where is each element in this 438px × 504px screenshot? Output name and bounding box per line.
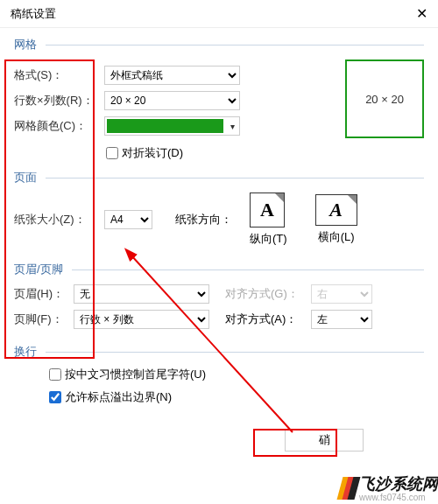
page-section: 页面 纸张大小(Z)： A4 纸张方向： A 纵向(T) A 横向(L) — [14, 170, 424, 253]
direction-label: 纸张方向： — [175, 212, 232, 228]
header-label: 页眉(H)： — [14, 286, 67, 302]
align-g-select: 右 — [311, 284, 372, 304]
preview-text: 20 × 20 — [365, 93, 404, 106]
cjk-control-checkbox[interactable] — [49, 368, 61, 381]
punct-overflow-label: 允许标点溢出边界(N) — [65, 389, 172, 405]
ok-button-label: 硝 — [319, 432, 330, 448]
portrait-icon: A — [260, 199, 274, 221]
grid-legend: 网格 — [14, 37, 40, 52]
cjk-control-label: 按中文习惯控制首尾字符(U) — [65, 367, 206, 382]
window-title: 稿纸设置 — [11, 6, 56, 22]
rows-cols-label: 行数×列数(R)： — [14, 93, 97, 108]
paper-size-select[interactable]: A4 — [104, 210, 152, 229]
watermark-url: www.fs0745.com — [359, 493, 438, 502]
format-label: 格式(S)： — [14, 67, 97, 83]
color-swatch — [107, 119, 223, 133]
fold-bind-label: 对折装订(D) — [122, 145, 183, 161]
watermark-text: 飞沙系统网 — [359, 475, 438, 493]
align-a-label: 对齐方式(A)： — [225, 312, 304, 327]
punct-overflow-checkbox[interactable] — [49, 391, 61, 403]
align-g-label: 对齐方式(G)： — [225, 286, 304, 302]
grid-color-label: 网格颜色(C)： — [14, 118, 97, 134]
wrap-section: 换行 按中文习惯控制首尾字符(U) 允许标点溢出边界(N) — [14, 344, 424, 405]
grid-preview: 20 × 20 — [345, 60, 424, 138]
page-legend: 页面 — [14, 170, 40, 186]
footer-select[interactable]: 行数 × 列数 — [74, 310, 209, 329]
grid-color-select[interactable]: ▾ — [104, 116, 240, 136]
fold-bind-checkbox[interactable] — [106, 147, 118, 159]
align-a-select[interactable]: 左 — [311, 310, 372, 329]
footer-label: 页脚(F)： — [14, 312, 67, 327]
watermark-icon — [340, 477, 356, 500]
portrait-button[interactable]: A — [250, 192, 285, 228]
ok-button[interactable]: 硝 — [285, 429, 364, 452]
hf-legend: 页眉/页脚 — [14, 262, 67, 277]
wrap-legend: 换行 — [14, 344, 40, 360]
chevron-down-icon: ▾ — [225, 122, 239, 131]
landscape-icon: A — [329, 199, 343, 221]
portrait-label: 纵向(T) — [250, 231, 287, 247]
close-icon[interactable]: ✕ — [416, 5, 427, 22]
header-footer-section: 页眉/页脚 页眉(H)： 无 对齐方式(G)： 右 页脚(F)： 行数 × 列数… — [14, 262, 424, 335]
rows-cols-select[interactable]: 20 × 20 — [104, 91, 240, 110]
grid-section: 网格 格式(S)： 外框式稿纸 行数×列数(R)： 20 × 20 — [14, 37, 424, 161]
watermark: 飞沙系统网 www.fs0745.com — [340, 473, 438, 502]
format-select[interactable]: 外框式稿纸 — [104, 66, 240, 85]
paper-size-label: 纸张大小(Z)： — [14, 212, 97, 228]
header-select[interactable]: 无 — [74, 284, 209, 304]
landscape-label: 横向(L) — [315, 229, 357, 245]
landscape-button[interactable]: A — [315, 194, 357, 226]
